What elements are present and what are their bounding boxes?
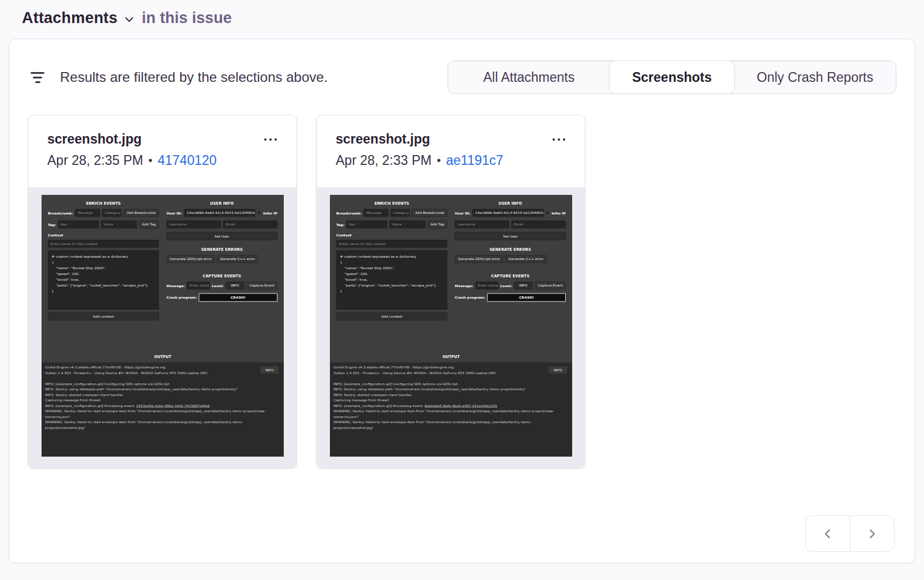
attachment-thumbnail[interactable]: ENRICH EVENTS Breadcrumb: Message Catego… [317,187,585,468]
attachment-filename: screenshot.jpg [47,131,279,147]
shot-username-input: Username [167,221,221,229]
shot-tag-label: Tag: [48,223,56,227]
shot-username-input: Username [455,221,510,229]
shot-message-input: Enter message text [187,282,210,290]
chevron-left-icon [821,528,834,540]
attachment-thumbnail[interactable]: ENRICH EVENTS Breadcrumb: Message Catego… [28,187,296,468]
shot-generate-gdscript-button: Generate GDScript error [455,255,504,263]
event-id-link[interactable]: ae1191c7 [446,153,503,168]
shot-log-lines-bottom: WARNING: Sentry: failed to read envelope… [45,409,280,431]
screenshot-thumbnail-image: ENRICH EVENTS Breadcrumb: Message Catego… [42,195,284,457]
shot-log-lines-bottom: WARNING: Sentry: failed to read envelope… [333,409,569,431]
shot-output-log: INFO Godot Engine v4.3.stable.official.7… [42,363,284,457]
shot-infer-ip-checkbox [546,211,550,215]
ellipsis-icon [553,138,565,141]
shot-level-label: Level: [212,284,223,288]
shot-user-id-input: 14ac686b-6a6d-42c3-6515-bb130f083a59 [184,209,255,217]
shot-generate-gdscript-button: Generate GDScript error [167,255,215,263]
shot-generate-cpp-button: Generate C++ error [505,255,547,263]
shot-add-breadcrumb-button: Add Breadcrumb [123,209,159,217]
shot-breadcrumb-label: Breadcrumb: [48,211,73,215]
shot-tag-value-input: Value [101,221,137,229]
shot-enrich-events-header: ENRICH EVENTS [336,199,448,209]
shot-log-event-id: 8aebdeb5-8afa-4ba9-a367-291ad1fe1025 [425,404,497,408]
shot-breadcrumb-category-input: Category [390,209,410,217]
shot-enrich-events-column: ENRICH EVENTS Breadcrumb: Message Catego… [48,199,159,348]
filter-note: Results are filtered by the selections a… [28,69,328,85]
shot-email-input: Email [223,221,278,229]
shot-crash-label: Crash program: [455,296,486,300]
shot-breadcrumb-message-input: Message [75,209,100,217]
shot-set-user-button: Set User [167,232,278,240]
shot-log-lines-top: Godot Engine v4.3.stable.official.77dcf9… [333,365,569,404]
shot-log-info-filter-button: INFO [261,367,279,374]
attachment-card: screenshot.jpg Apr 28, 2:33 PM • ae1191c… [316,115,585,469]
shot-user-info-column: USER INFO User ID: 14ac686b-6a6d-42c3-65… [455,199,566,348]
chevron-down-icon [123,14,135,25]
shot-breadcrumb-category-input: Category [102,209,122,217]
shot-add-context-button: Add context [336,312,448,321]
tab-only-crash-reports[interactable]: Only Crash Reports [734,61,896,93]
shot-message-label: Message: [455,284,474,288]
shot-level-select: INFO [514,282,532,290]
shot-add-breadcrumb-button: Add Breadcrumb [412,209,447,217]
shot-tag-value-input: Value [389,221,425,229]
shot-message-input: Enter message text [475,282,498,290]
shot-output-log: INFO Godot Engine v4.3.stable.official.7… [330,363,572,457]
shot-crash-button: CRASH! [487,293,566,302]
shot-context-code-editor: # custom context expressed as a dictiona… [48,250,159,310]
pagination [805,515,895,552]
shot-user-id-label: User ID: [455,211,471,215]
attachment-filename: screenshot.jpg [336,131,568,147]
shot-set-user-button: Set User [455,232,566,240]
shot-infer-ip-checkbox [257,211,261,215]
filter-row: Results are filtered by the selections a… [28,61,896,94]
shot-tag-label: Tag: [336,223,344,227]
shot-tag-key-input: Key [58,221,99,229]
shot-user-id-input: 14ac686b-6a6d-42c3-6515-bb130f083a59 [472,209,543,217]
shot-user-id-label: User ID: [167,211,182,215]
shot-email-input: Email [512,221,566,229]
event-id-link[interactable]: 41740120 [157,153,216,168]
shot-add-tag-button: Add Tag [139,221,159,229]
tab-screenshots[interactable]: Screenshots [609,61,735,94]
shot-context-label: Context [336,233,448,238]
shot-context-label: Context [48,233,159,238]
card-menu-button[interactable] [261,135,280,144]
meta-separator: • [437,154,441,167]
previous-page-button[interactable] [805,515,850,552]
shot-capture-event-button: Capture Event [246,282,277,290]
shot-context-code-editor: # custom context expressed as a dictiona… [336,250,448,310]
page-header: Attachments in this issue [0,0,924,27]
shot-user-info-column: USER INFO User ID: 14ac686b-6a6d-42c3-65… [167,199,278,348]
shot-enrich-events-header: ENRICH EVENTS [48,199,159,209]
shot-capture-event-button: Capture Event [535,282,566,290]
card-header: screenshot.jpg Apr 28, 2:35 PM • 4174012… [28,115,296,187]
attachment-card: screenshot.jpg Apr 28, 2:35 PM • 4174012… [28,115,297,469]
shot-generate-errors-header: GENERATE ERRORS [167,240,278,255]
attachment-card-list: screenshot.jpg Apr 28, 2:35 PM • 4174012… [28,115,896,469]
next-page-button[interactable] [850,515,895,552]
shot-context-name-input: Enter name for the context [336,240,448,248]
shot-message-label: Message: [167,284,185,288]
shot-enrich-events-column: ENRICH EVENTS Breadcrumb: Message Catego… [336,199,448,348]
shot-log-lines-top: Godot Engine v4.3.stable.official.77dcf9… [45,365,280,404]
attachments-dropdown[interactable]: Attachments [22,9,135,27]
shot-infer-ip-label: Infer IP [551,211,566,215]
page-title: Attachments [22,9,118,27]
shot-breadcrumb-label: Breadcrumb: [336,211,362,215]
shot-tag-key-input: Key [347,221,388,229]
meta-separator: • [148,154,152,167]
filter-lines-icon [30,72,45,83]
attachments-panel: Results are filtered by the selections a… [9,39,915,563]
shot-crash-label: Crash program: [167,296,197,300]
shot-log-info-filter-button: INFO [549,367,567,374]
card-menu-button[interactable] [549,135,569,144]
screenshot-thumbnail-image: ENRICH EVENTS Breadcrumb: Message Catego… [330,195,572,457]
shot-infer-ip-label: Infer IP [263,211,277,215]
shot-user-info-header: USER INFO [455,199,566,209]
page-subtitle: in this issue [142,9,232,27]
shot-add-context-button: Add context [48,312,159,321]
shot-output-header: OUTPUT [330,348,572,363]
tab-all-attachments[interactable]: All Attachments [448,61,610,93]
